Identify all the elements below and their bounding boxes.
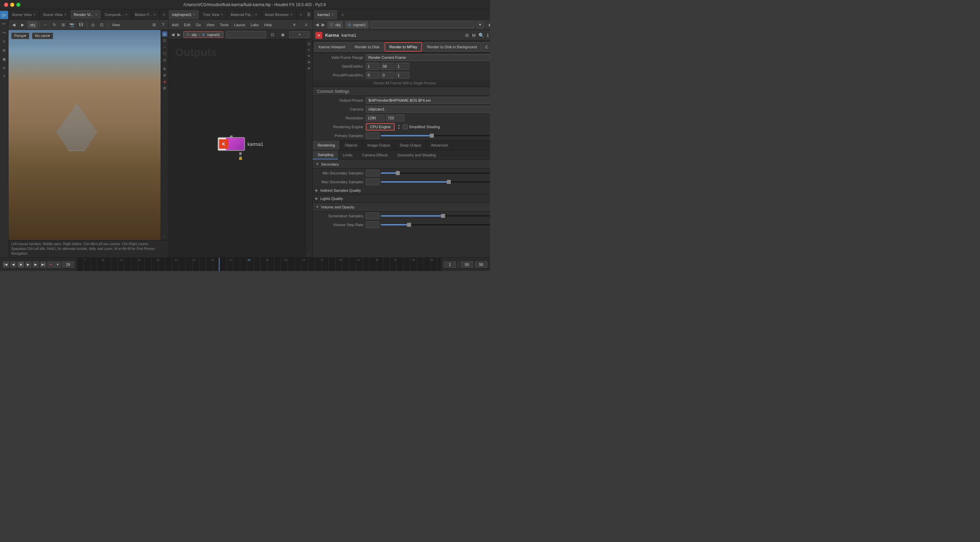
viewport-tool-3[interactable]: ○ [162,44,167,50]
btn-grid[interactable]: ⊞ [150,21,158,29]
tab-scene-view-1[interactable]: Scene View ✕ [8,10,40,19]
h-icon[interactable]: H [472,33,476,38]
cpu-engine-box[interactable]: CPU Engine [366,123,395,131]
frame-range-dropdown[interactable]: Render Current Frame ▾ [366,54,490,61]
tool-7[interactable]: ✕ [0,64,8,72]
right-dropdown[interactable]: ▾ [477,21,484,28]
tab-advanced[interactable]: Advanced [426,140,453,150]
window-controls[interactable] [4,3,21,7]
btn-camera[interactable]: 📷 [68,21,76,29]
render-to-mplay-btn[interactable]: Render to MPlay [385,42,422,52]
tool-3[interactable]: ↪ [0,29,8,37]
tab-scene-view-2[interactable]: Scene View ✕ [40,10,70,19]
right-path-input[interactable] [371,21,474,28]
close-tab-1[interactable]: ✕ [33,13,36,16]
subtab-limits[interactable]: Limits [338,151,357,160]
primary-samples-thumb[interactable] [430,134,434,138]
indirect-samples-header[interactable]: ▶ Indirect Samples Quality [313,186,490,195]
karma-node[interactable]: K karma1 🔒 [218,137,263,160]
network-snap[interactable]: ✕ [291,21,298,29]
min-secondary-track[interactable] [381,173,490,174]
karma-node-box[interactable]: K [218,137,245,151]
min-secondary-input[interactable]: 1 [366,170,379,176]
viewport-tool-4[interactable]: ⬡ [162,51,167,56]
btn-render-cam[interactable]: 🎞 [77,21,85,29]
end-frame-input[interactable]: 50 [461,261,473,268]
tl-last-frame[interactable]: ▶| [40,261,46,268]
render-disk-background-btn[interactable]: Render to Disk in Background [423,42,481,52]
max-secondary-thumb[interactable] [447,180,451,184]
output-picture-value[interactable]: $HIP/render/$HIPNAME.$OS.$F4.exr [366,97,490,104]
right-panel-menu[interactable]: ☰ [488,11,490,18]
tool-6[interactable]: ◉ [0,55,8,63]
screendoor-track[interactable] [381,215,490,217]
path-back[interactable]: ◀ [171,32,175,37]
path-forward[interactable]: ▶ [177,32,181,37]
menu-labs[interactable]: Labs [250,23,259,27]
net-tool-5[interactable]: ⊗ [306,65,312,71]
tab-deep-output[interactable]: Deep Output [395,140,426,150]
camera-badge[interactable]: No cam▾ [32,33,53,39]
close-net-tab-1[interactable]: ✕ [193,13,196,16]
viewport-tool-9[interactable]: ⊞ [162,86,167,91]
right-bookmark[interactable]: ◉ [486,21,490,29]
net-tool-6[interactable]: ↓ [306,250,312,256]
postroll-input[interactable] [381,72,395,79]
max-secondary-input[interactable]: 9 [366,179,379,185]
camera-value[interactable]: /obj/cam1 [366,106,490,113]
tool-2[interactable]: ↩ [0,20,8,28]
res-x-input[interactable] [366,114,385,121]
close-tab-5[interactable]: ✕ [153,13,156,16]
tab-ropnet[interactable]: /obj/ropnet1 ✕ [169,10,199,19]
viewport-tool-bottom[interactable]: ↓ [162,233,167,239]
tl-record-options[interactable]: ▾ [54,261,60,268]
right-path-obj[interactable]: ⊡ obj [328,21,343,28]
tool-1[interactable]: ▷ [0,11,8,19]
close-tab-4[interactable]: ✕ [125,13,127,16]
net-tool-3[interactable]: ✦ [306,53,312,59]
path-input[interactable] [226,31,266,38]
close-net-tab-3[interactable]: ✕ [255,13,258,16]
viewport-tool-5[interactable]: ◎ [162,57,167,63]
volume-opacity-header[interactable]: ▼ Volume and Opacity [313,203,490,211]
network-content[interactable]: Outputs K karma1 � [169,40,312,257]
volume-step-input[interactable]: 0.25 [366,221,379,228]
start-frame-input[interactable]: 1 [444,261,456,268]
primary-samples-input[interactable]: 9 [366,132,379,139]
fps-input[interactable]: 50 [475,261,487,268]
viewport-tool-1[interactable]: ◫ [162,31,167,37]
viewport-tool-8[interactable]: ◈ [162,79,167,84]
nav-back[interactable]: ◀ [10,21,18,29]
karma-viewport-btn[interactable]: Karma Viewport [314,42,350,52]
viewport-tool-7[interactable]: ⊗ [162,73,167,78]
lights-quality-header[interactable]: ▶ Lights Quality [313,195,490,203]
primary-samples-track[interactable] [381,135,490,136]
tab-objects[interactable]: Objects [340,140,363,150]
tl-record[interactable]: ● [48,261,54,268]
path-dropdown[interactable]: ▾ [289,31,310,38]
preroll-inc-input[interactable] [396,72,409,79]
tl-play[interactable]: ▶ [25,261,31,268]
viewport-tool-6[interactable]: ⊕ [162,66,167,71]
subtab-camera-effects[interactable]: Camera Effects [357,151,393,160]
tl-stop[interactable]: ■ [18,261,24,268]
screendoor-input[interactable]: 4 [366,212,379,219]
tl-prev-frame[interactable]: ◀ [10,261,16,268]
menu-view[interactable]: View [205,23,215,27]
close-tab-3[interactable]: ✕ [95,13,98,16]
path-breadcrumb[interactable]: ⊡ obj › ◎ ropnet1 [183,31,223,38]
close-right-tab-1[interactable]: ✕ [331,13,334,16]
btn-shading[interactable]: ◎ [89,21,97,29]
current-frame-input[interactable]: 29 [62,261,74,268]
tab-rendering[interactable]: Rendering [313,140,340,150]
render-to-disk-btn[interactable]: Render to Disk [350,42,384,52]
btn-help-view[interactable]: ? [159,21,167,29]
start-input[interactable] [366,63,379,70]
max-secondary-track[interactable] [381,181,490,182]
screendoor-thumb[interactable] [441,214,445,218]
menu-edit[interactable]: Edit [183,23,191,27]
net-tool-4[interactable]: ⊕ [306,59,312,65]
render-extra-btn[interactable]: C [482,42,490,52]
volume-step-thumb[interactable] [407,223,411,227]
minimize-button[interactable] [10,3,14,7]
